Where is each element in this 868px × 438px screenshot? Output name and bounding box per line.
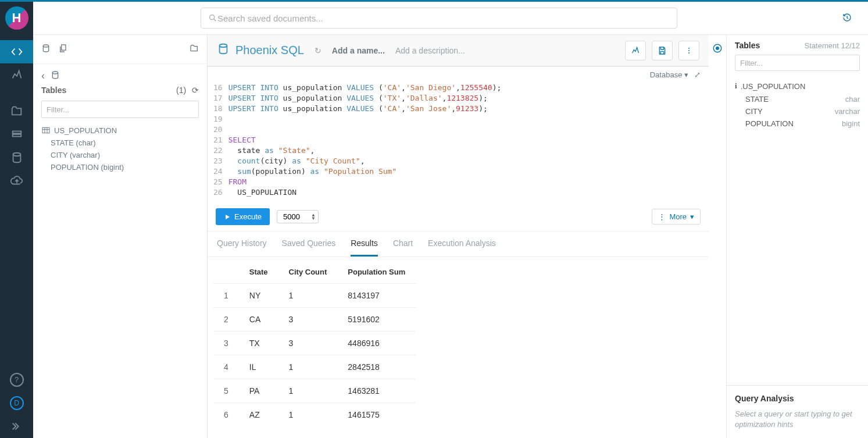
- sidebar-filter-input[interactable]: [41, 101, 199, 118]
- table-cell: 1: [278, 403, 338, 427]
- column-node[interactable]: POPULATION (bigint): [41, 161, 199, 173]
- table-cell: TX: [239, 332, 278, 355]
- assist-column-node[interactable]: CITYvarchar: [735, 105, 860, 117]
- assist-panel: Tables Statement 12/12 i .US_POPULATIONS…: [726, 35, 868, 438]
- nav-editor-icon[interactable]: [0, 40, 33, 63]
- table-cell: 3: [213, 332, 239, 355]
- nav-cloud-icon[interactable]: [0, 169, 33, 193]
- sidebar-heading: Tables: [41, 86, 66, 95]
- tab-chart[interactable]: Chart: [393, 238, 413, 257]
- sql-editor[interactable]: 1617181920212223242526 UPSERT INTO us_po…: [208, 83, 709, 202]
- svg-point-11: [688, 52, 690, 54]
- assist-toggle-icon[interactable]: [709, 35, 726, 438]
- db-icon[interactable]: [41, 44, 51, 55]
- assist-filter-input[interactable]: [735, 55, 860, 71]
- global-search[interactable]: [201, 8, 677, 29]
- assist-column-node[interactable]: POPULATIONbigint: [735, 117, 860, 130]
- nav-database-icon[interactable]: [0, 146, 33, 169]
- query-analysis-hint: Select a query or start typing to get op…: [735, 409, 860, 430]
- column-header[interactable]: City Count: [278, 261, 338, 284]
- table-cell: 1: [278, 284, 338, 308]
- table-cell: 3: [278, 332, 338, 355]
- nav-files-icon[interactable]: [0, 99, 33, 123]
- column-header[interactable]: State: [239, 261, 278, 284]
- column-node[interactable]: STATE (char): [41, 137, 199, 149]
- column-header[interactable]: Population Sum: [337, 261, 416, 284]
- table-cell: 1: [278, 379, 338, 403]
- table-cell: NY: [239, 284, 278, 308]
- table-cell: IL: [239, 355, 278, 379]
- row-limit-input[interactable]: ▲▼: [277, 210, 319, 223]
- breadcrumb-db-icon[interactable]: [51, 70, 60, 81]
- table-cell: 8143197: [337, 284, 416, 308]
- more-actions-button[interactable]: ⋮ More ▾: [652, 209, 701, 225]
- svg-rect-1: [12, 134, 21, 137]
- nav-tables-icon[interactable]: [0, 123, 33, 146]
- table-row[interactable]: 4IL12842518: [213, 355, 416, 379]
- table-row[interactable]: 5PA11463281: [213, 379, 416, 403]
- table-cell: 4: [213, 355, 239, 379]
- tab-query-history[interactable]: Query History: [217, 238, 267, 257]
- table-cell: 4486916: [337, 332, 416, 355]
- database-selector[interactable]: Database ▾: [650, 70, 688, 79]
- execute-button[interactable]: Execute: [216, 208, 270, 225]
- docs-icon[interactable]: [59, 44, 68, 55]
- expand-editor-icon[interactable]: ⤢: [694, 70, 701, 79]
- assist-table-node[interactable]: i .US_POPULATION: [735, 81, 860, 93]
- schema-sidebar: ‹ Tables (1) ⟳ US_POPULATIONSTATE (char)…: [33, 35, 208, 438]
- table-count: (1): [176, 86, 186, 95]
- editor-main: Phoenix SQL ↻ Add a name... Add a descri…: [208, 35, 709, 438]
- svg-point-2: [13, 153, 20, 156]
- engine-icon: [217, 42, 230, 58]
- table-row[interactable]: 2CA35191602: [213, 308, 416, 332]
- table-cell: PA: [239, 379, 278, 403]
- svg-point-3: [210, 15, 215, 20]
- limit-down-icon[interactable]: ▼: [311, 217, 316, 220]
- svg-point-4: [43, 45, 48, 47]
- tab-saved-queries[interactable]: Saved Queries: [282, 238, 336, 257]
- add-name-link[interactable]: Add a name...: [332, 46, 385, 55]
- query-analysis-heading: Query Analysis: [735, 394, 860, 403]
- tab-execution-analysis[interactable]: Execution Analysis: [428, 238, 496, 257]
- save-button[interactable]: [652, 41, 673, 60]
- back-chevron-icon[interactable]: ‹: [41, 70, 45, 82]
- more-menu-button[interactable]: [678, 41, 699, 60]
- svg-point-10: [688, 50, 690, 51]
- column-header[interactable]: [213, 261, 239, 284]
- folder-open-icon[interactable]: [190, 44, 199, 55]
- row-limit-value[interactable]: [283, 212, 308, 221]
- chart-button[interactable]: [625, 41, 646, 60]
- top-bar: [33, 2, 868, 35]
- column-node[interactable]: CITY (varchar): [41, 149, 199, 161]
- table-row[interactable]: 6AZ11461575: [213, 403, 416, 427]
- global-search-input[interactable]: [217, 13, 670, 23]
- tab-results[interactable]: Results: [351, 238, 378, 257]
- table-node[interactable]: US_POPULATION: [41, 124, 199, 137]
- assist-column-node[interactable]: STATEchar: [735, 93, 860, 105]
- table-cell: 1: [213, 284, 239, 308]
- app-logo[interactable]: H: [5, 6, 28, 30]
- table-cell: 1463281: [337, 379, 416, 403]
- statement-counter: Statement 12/12: [805, 41, 860, 50]
- refresh-icon[interactable]: ⟳: [192, 86, 199, 95]
- svg-point-9: [688, 48, 690, 49]
- table-cell: 1461575: [337, 403, 416, 427]
- table-row[interactable]: 1NY18143197: [213, 284, 416, 308]
- table-cell: 3: [278, 308, 338, 332]
- table-cell: 2842518: [337, 355, 416, 379]
- svg-point-8: [220, 44, 227, 48]
- engine-refresh-icon[interactable]: ↻: [315, 46, 322, 55]
- nav-user-icon[interactable]: D: [0, 391, 33, 415]
- result-tabs: Query HistorySaved QueriesResultsChartEx…: [208, 232, 709, 257]
- svg-rect-5: [62, 45, 66, 50]
- svg-point-13: [716, 47, 719, 50]
- table-row[interactable]: 3TX34486916: [213, 332, 416, 355]
- engine-name[interactable]: Phoenix SQL: [235, 44, 304, 57]
- nav-help-icon[interactable]: ?: [0, 368, 33, 391]
- nav-expand-icon[interactable]: [0, 415, 33, 438]
- table-cell: 5: [213, 379, 239, 403]
- add-description-link[interactable]: Add a description...: [395, 46, 465, 55]
- nav-dashboards-icon[interactable]: [0, 63, 33, 87]
- svg-point-6: [52, 72, 58, 74]
- history-icon[interactable]: [835, 13, 859, 24]
